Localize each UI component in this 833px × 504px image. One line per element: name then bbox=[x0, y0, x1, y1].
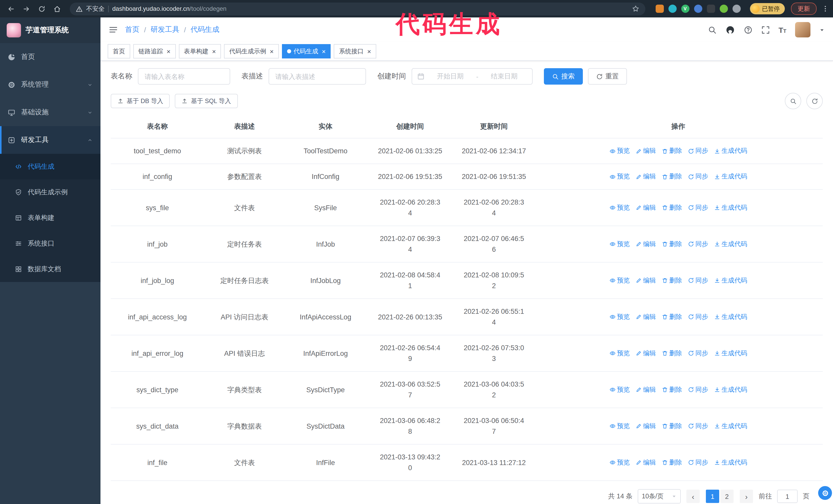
generate-code-link[interactable]: 生成代码 bbox=[714, 275, 747, 286]
chevron-down-icon[interactable] bbox=[819, 27, 825, 32]
refresh-table-button[interactable] bbox=[806, 93, 823, 109]
github-icon[interactable] bbox=[725, 25, 735, 34]
breadcrumb-home[interactable]: 首页 bbox=[125, 25, 139, 34]
edit-link[interactable]: 编辑 bbox=[635, 311, 656, 322]
fullscreen-icon[interactable] bbox=[761, 25, 770, 34]
tab-codegen-example[interactable]: 代码生成示例× bbox=[224, 44, 279, 58]
import-sql-button[interactable]: 基于 SQL 导入 bbox=[175, 94, 238, 108]
sidebar-subitem-database-doc[interactable]: 数据库文档 bbox=[0, 256, 100, 282]
edit-link[interactable]: 编辑 bbox=[635, 421, 656, 431]
tab-trace[interactable]: 链路追踪× bbox=[133, 44, 175, 58]
tab-system-api[interactable]: 系统接口× bbox=[334, 44, 376, 58]
preview-link[interactable]: 预览 bbox=[609, 275, 630, 286]
sidebar-subitem-system-api[interactable]: 系统接口 bbox=[0, 231, 100, 256]
delete-link[interactable]: 删除 bbox=[662, 171, 682, 182]
toggle-search-button[interactable] bbox=[785, 93, 801, 109]
sync-link[interactable]: 同步 bbox=[688, 311, 708, 322]
preview-link[interactable]: 预览 bbox=[609, 348, 630, 359]
import-db-button[interactable]: 基于 DB 导入 bbox=[111, 94, 170, 108]
edit-link[interactable]: 编辑 bbox=[635, 275, 656, 286]
generate-code-link[interactable]: 生成代码 bbox=[714, 348, 747, 359]
search-button[interactable]: 搜索 bbox=[544, 68, 583, 85]
sync-link[interactable]: 同步 bbox=[688, 457, 708, 468]
delete-link[interactable]: 删除 bbox=[662, 146, 682, 157]
delete-link[interactable]: 删除 bbox=[662, 457, 682, 468]
sidebar-subitem-form-builder[interactable]: 表单构建 bbox=[0, 205, 100, 231]
create-time-range-picker[interactable]: 开始日期 - 结束日期 bbox=[412, 68, 532, 85]
generate-code-link[interactable]: 生成代码 bbox=[714, 146, 747, 157]
reload-button[interactable] bbox=[35, 2, 48, 16]
generate-code-link[interactable]: 生成代码 bbox=[714, 421, 747, 431]
sidebar-toggle-icon[interactable] bbox=[109, 25, 118, 34]
sync-link[interactable]: 同步 bbox=[688, 348, 708, 359]
generate-code-link[interactable]: 生成代码 bbox=[714, 202, 747, 213]
goto-page-input[interactable] bbox=[777, 490, 798, 503]
sync-link[interactable]: 同步 bbox=[688, 421, 708, 431]
delete-link[interactable]: 删除 bbox=[662, 348, 682, 359]
edit-link[interactable]: 编辑 bbox=[635, 171, 656, 182]
close-icon[interactable]: × bbox=[270, 48, 273, 55]
next-page-button[interactable]: › bbox=[740, 490, 753, 503]
forward-button[interactable] bbox=[20, 2, 33, 16]
sync-link[interactable]: 同步 bbox=[688, 171, 708, 182]
sidebar-subitem-code-generation-example[interactable]: 代码生成示例 bbox=[0, 179, 100, 205]
table-desc-input[interactable] bbox=[269, 68, 366, 85]
font-size-icon[interactable]: TT bbox=[779, 25, 786, 34]
help-icon[interactable] bbox=[743, 25, 752, 34]
generate-code-link[interactable]: 生成代码 bbox=[714, 457, 747, 468]
browser-menu-icon[interactable] bbox=[822, 5, 829, 13]
delete-link[interactable]: 删除 bbox=[662, 311, 682, 322]
edit-link[interactable]: 编辑 bbox=[635, 239, 656, 249]
edit-link[interactable]: 编辑 bbox=[635, 384, 656, 395]
page-button-1[interactable]: 1 bbox=[706, 490, 719, 503]
tab-home[interactable]: 首页 bbox=[108, 44, 130, 58]
delete-link[interactable]: 删除 bbox=[662, 275, 682, 286]
sidebar-item-infrastructure[interactable]: 基础设施 bbox=[0, 98, 100, 126]
sidebar-subitem-code-generation[interactable]: 代码生成 bbox=[0, 154, 100, 179]
back-button[interactable] bbox=[4, 2, 18, 16]
sync-link[interactable]: 同步 bbox=[688, 146, 708, 157]
sync-link[interactable]: 同步 bbox=[688, 384, 708, 395]
home-button[interactable] bbox=[50, 2, 64, 16]
edit-link[interactable]: 编辑 bbox=[635, 202, 656, 213]
extension-leaf[interactable] bbox=[719, 5, 728, 13]
preview-link[interactable]: 预览 bbox=[609, 421, 630, 431]
edit-link[interactable]: 编辑 bbox=[635, 457, 656, 468]
page-button-2[interactable]: 2 bbox=[720, 490, 734, 503]
extension-people[interactable] bbox=[694, 5, 702, 13]
preview-link[interactable]: 预览 bbox=[609, 311, 630, 322]
sync-link[interactable]: 同步 bbox=[688, 239, 708, 249]
preview-link[interactable]: 预览 bbox=[609, 384, 630, 395]
preview-link[interactable]: 预览 bbox=[609, 239, 630, 249]
reset-button[interactable]: 重置 bbox=[588, 68, 627, 85]
browser-update-button[interactable]: 更新 bbox=[791, 3, 816, 15]
edit-link[interactable]: 编辑 bbox=[635, 348, 656, 359]
profile-paused-badge[interactable]: 已暂停 bbox=[750, 3, 785, 14]
breadcrumb-dev-tools[interactable]: 研发工具 bbox=[151, 25, 180, 34]
preview-link[interactable]: 预览 bbox=[609, 146, 630, 157]
address-bar[interactable]: 不安全 dashboard.yudao.iocoder.cn/tool/code… bbox=[70, 2, 645, 15]
delete-link[interactable]: 删除 bbox=[662, 421, 682, 431]
extension-green[interactable]: V bbox=[681, 5, 689, 13]
preview-link[interactable]: 预览 bbox=[609, 202, 630, 213]
preview-link[interactable]: 预览 bbox=[609, 171, 630, 182]
edit-link[interactable]: 编辑 bbox=[635, 146, 656, 157]
prev-page-button[interactable]: ‹ bbox=[686, 490, 700, 503]
delete-link[interactable]: 删除 bbox=[662, 202, 682, 213]
sync-link[interactable]: 同步 bbox=[688, 202, 708, 213]
sync-link[interactable]: 同步 bbox=[688, 275, 708, 286]
search-icon[interactable] bbox=[708, 25, 716, 34]
extension-teal[interactable] bbox=[668, 5, 676, 13]
floating-action-button[interactable] bbox=[818, 486, 832, 500]
table-name-input[interactable] bbox=[138, 68, 230, 85]
close-icon[interactable]: × bbox=[167, 48, 170, 55]
generate-code-link[interactable]: 生成代码 bbox=[714, 311, 747, 322]
sidebar-item-dev-tools[interactable]: 研发工具 bbox=[0, 126, 100, 154]
close-icon[interactable]: × bbox=[367, 48, 371, 55]
tab-codegen[interactable]: 代码生成× bbox=[282, 44, 331, 58]
sidebar-item-home[interactable]: 首页 bbox=[0, 43, 100, 71]
extension-orange[interactable] bbox=[656, 5, 664, 13]
close-icon[interactable]: × bbox=[322, 48, 326, 55]
preview-link[interactable]: 预览 bbox=[609, 457, 630, 468]
user-avatar[interactable] bbox=[795, 22, 810, 38]
